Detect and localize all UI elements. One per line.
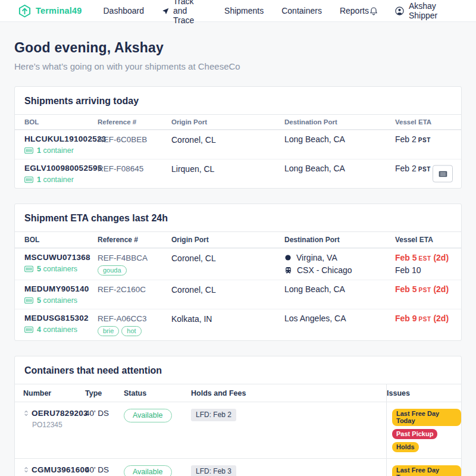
vessel-eta-cell: Feb 5PST (2d): [395, 284, 461, 294]
user-menu[interactable]: Akshay Shipper: [394, 1, 458, 20]
destination-cell: Los Angeles, CA: [284, 314, 395, 323]
origin-port: Lirquen, CL: [171, 164, 284, 174]
issues-cell: Last Free Day TomorrowPast PickupHolds: [386, 459, 461, 476]
card-containers-need-attention: Containers that need attention NumberTyp…: [14, 356, 462, 476]
holds-fees-cell: LFD: Feb 3: [191, 459, 386, 476]
eta-date: Feb 5: [395, 284, 417, 294]
issue-badge-last-free-day-today: Last Free Day Today: [392, 409, 461, 426]
container-count-label: 1 container: [37, 146, 74, 155]
destination-label: Long Beach, CA: [284, 134, 345, 144]
user-avatar-icon: [394, 6, 405, 16]
bell-icon: [369, 5, 378, 16]
nav-item-label: Containers: [281, 6, 322, 15]
main-content: Good evening, Akshay Here’s what’s going…: [0, 22, 476, 476]
column-header-reference: Reference #: [98, 118, 171, 126]
container-icon: [24, 265, 33, 273]
column-header-reference: Reference #: [98, 236, 171, 244]
reference-cell: REF-F08645: [98, 164, 171, 173]
unfold-icon[interactable]: [23, 409, 29, 417]
card-title: Containers that need attention: [15, 356, 461, 384]
eta-delay: (2d): [431, 253, 449, 262]
brand-name: Terminal49: [36, 6, 82, 15]
nav-item-dashboard[interactable]: Dashboard: [104, 6, 145, 15]
destination-label: Long Beach, CA: [284, 284, 345, 294]
unfold-icon[interactable]: [23, 466, 29, 474]
reference-cell: REF-2C160C: [98, 284, 171, 294]
container-count: 5 containers: [24, 265, 98, 273]
card-shipment-eta-changes: Shipment ETA changes last 24h BOLReferen…: [14, 203, 462, 341]
shipment-row[interactable]: MEDUSG8153024 containersREF-A06CC3brieho…: [15, 309, 461, 340]
table-header-row: BOLReference #Origin PortDestination Por…: [15, 114, 461, 130]
top-nav: Terminal49 DashboardTrack and TraceShipm…: [0, 0, 476, 22]
destination-port: CSX - Chicago: [284, 265, 395, 275]
column-header-holds-and-fees: Holds and Fees: [191, 384, 386, 402]
destination-port: Virgina, VA: [284, 253, 395, 262]
container-action-button[interactable]: [433, 165, 453, 183]
nav-item-track-and-trace[interactable]: Track and Trace: [162, 0, 206, 25]
card-title: Shipments arriving today: [15, 87, 461, 114]
reference-number: REF-A06CC3: [98, 314, 171, 323]
card-shipments-arriving-today: Shipments arriving today BOLReference #O…: [14, 86, 462, 189]
nav-item-shipments[interactable]: Shipments: [224, 6, 264, 15]
destination-port: Long Beach, CA: [284, 164, 395, 173]
vessel-eta-cell: Feb 5EST (2d)Feb 10: [395, 253, 461, 275]
column-header-number: Number: [23, 384, 85, 402]
bol-cell: HLCUKUL1910025231 container: [24, 134, 98, 155]
container-count: 1 container: [24, 176, 98, 184]
column-header-vessel-eta: Vessel ETA: [395, 118, 461, 126]
container-row[interactable]: CGMU3961600PO1234540' DSAvailableLFD: Fe…: [15, 458, 461, 476]
column-header-destination-port: Destination Port: [284, 236, 395, 244]
origin-port: Coronel, CL: [171, 134, 284, 145]
container-icon: [24, 297, 33, 304]
nav-item-reports[interactable]: Reports: [340, 6, 369, 15]
eta-date: Feb 2: [395, 134, 416, 144]
tag-brie: brie: [98, 326, 119, 336]
eta-delay: (2d): [431, 314, 449, 323]
status-cell: Available: [124, 402, 191, 458]
issue-badge-last-free-day-tomorrow: Last Free Day Tomorrow: [392, 465, 461, 476]
brand-home-link[interactable]: Terminal49: [18, 4, 82, 18]
origin-port: Coronel, CL: [171, 253, 284, 263]
container-row[interactable]: OERU7829203PO1234540' DSAvailableLFD: Fe…: [15, 402, 461, 458]
shipment-row[interactable]: EGLV1009800525951 containerREF-F08645Lir…: [15, 159, 461, 188]
destination-port: Los Angeles, CA: [284, 314, 395, 323]
vessel-eta: Feb 2PST: [395, 134, 461, 144]
destination-cell: Virgina, VACSX - Chicago: [284, 253, 395, 275]
number-cell: CGMU3961600PO12345: [23, 459, 85, 476]
column-header-type: Type: [85, 384, 124, 402]
bol-number: HLCUKUL191002523: [24, 134, 98, 143]
column-header-bol: BOL: [24, 118, 98, 126]
nav-item-label: Dashboard: [104, 6, 145, 15]
column-header-bol: BOL: [24, 236, 98, 244]
reference-number: REF-F4BBCA: [98, 253, 171, 262]
destination-cell: Long Beach, CA: [284, 134, 395, 144]
notifications-button[interactable]: [369, 5, 378, 16]
shipment-row[interactable]: HLCUKUL1910025231 containerREF-6C0BEBCor…: [15, 130, 461, 159]
po-number: PO12345: [32, 421, 85, 429]
tag-gouda: gouda: [98, 265, 127, 275]
eta-date: Feb 5: [395, 253, 417, 262]
reference-number: REF-F08645: [98, 164, 171, 173]
shipments-arriving-table: BOLReference #Origin PortDestination Por…: [15, 114, 461, 188]
container-count-label: 1 container: [37, 176, 74, 184]
page-subtitle: Here’s what’s going on with your shipmen…: [14, 61, 462, 71]
vessel-eta-late: Feb 9PST (2d): [395, 314, 461, 323]
column-header-origin-port: Origin Port: [171, 236, 284, 244]
issues-cell: Last Free Day TodayPast PickupHolds: [386, 402, 461, 458]
shipment-row[interactable]: MEDUMY9051405 containersREF-2C160CCorone…: [15, 280, 461, 309]
vessel-eta: Feb 10: [395, 265, 461, 275]
shipment-row[interactable]: MSCUWU0713685 containersREF-F4BBCAgoudaC…: [15, 248, 461, 280]
nav-item-label: Track and Trace: [173, 0, 206, 25]
origin-port: Coronel, CL: [171, 284, 284, 295]
hold-badge: LFD: Feb 3: [191, 465, 236, 476]
nav-menu: DashboardTrack and TraceShipmentsContain…: [104, 0, 369, 25]
container-icon: [24, 326, 33, 333]
eta-date: Feb 10: [395, 265, 421, 275]
tag-list: briehot: [98, 326, 171, 336]
nav-item-containers[interactable]: Containers: [281, 6, 322, 15]
eta-timezone: PST: [419, 316, 431, 322]
issue-badge-holds: Holds: [392, 442, 419, 452]
reference-cell: REF-A06CC3briehot: [98, 314, 171, 336]
destination-label: CSX - Chicago: [297, 265, 352, 275]
page-title: Good evening, Akshay: [14, 40, 462, 56]
